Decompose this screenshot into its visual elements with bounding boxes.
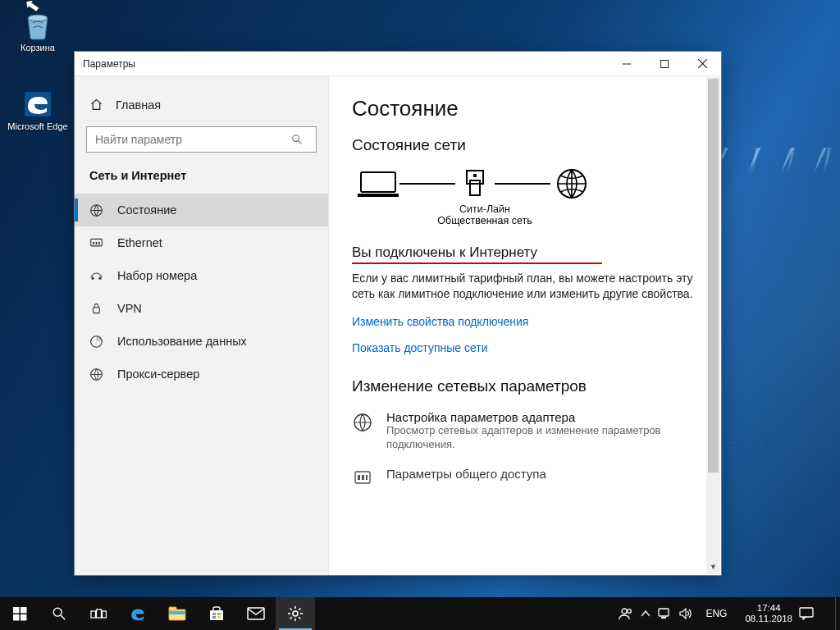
sidebar-item-proxy[interactable]: Прокси-сервер <box>75 358 328 390</box>
clock-time: 17:44 <box>745 603 792 614</box>
svg-rect-32 <box>21 614 27 621</box>
svg-rect-26 <box>358 475 360 480</box>
setting-adapter-options[interactable]: Настройка параметров адаптера Просмотр с… <box>352 410 698 452</box>
sidebar-item-status[interactable]: Состояние <box>75 194 328 226</box>
sidebar-item-dialup[interactable]: Набор номера <box>75 259 328 292</box>
network-status-heading: Состояние сети <box>352 136 698 154</box>
svg-rect-41 <box>210 610 223 620</box>
dialup-icon <box>89 270 104 281</box>
network-labels: Сити-Лайн Общественная сеть <box>362 203 608 226</box>
svg-rect-13 <box>92 277 94 280</box>
maximize-button[interactable] <box>646 52 683 76</box>
svg-rect-31 <box>13 614 20 621</box>
sidebar-item-ethernet[interactable]: Ethernet <box>75 226 328 259</box>
window-title: Параметры <box>75 58 608 70</box>
search-box[interactable] <box>86 126 317 153</box>
svg-rect-35 <box>91 611 96 618</box>
sidebar-item-label: VPN <box>117 302 142 315</box>
vertical-scrollbar[interactable]: ▲ ▼ <box>706 77 720 574</box>
sidebar-item-label: Ethernet <box>117 236 162 249</box>
setting-title: Настройка параметров адаптера <box>386 410 698 424</box>
titlebar[interactable]: Параметры <box>75 52 721 76</box>
taskbar-right: ENG 17:44 08.11.2018 <box>612 597 840 630</box>
sidebar-item-label: Прокси-сервер <box>117 368 199 381</box>
sidebar-section-title: Сеть и Интернет <box>75 169 328 194</box>
action-center-button[interactable] <box>799 607 835 620</box>
recycle-bin-icon <box>21 8 55 41</box>
tray-chevron-up-icon[interactable] <box>641 610 650 617</box>
status-icon <box>89 203 104 217</box>
svg-line-7 <box>299 141 302 144</box>
svg-rect-58 <box>659 609 669 616</box>
settings-window: Параметры Главная <box>74 51 722 576</box>
setting-desc: Просмотр сетевых адаптеров и изменение п… <box>386 424 698 452</box>
search-icon <box>291 134 316 145</box>
sharing-icon <box>352 467 375 490</box>
svg-rect-21 <box>470 180 480 195</box>
setting-sharing-options[interactable]: Параметры общего доступа <box>352 467 698 490</box>
vpn-icon <box>89 302 104 316</box>
sidebar-item-vpn[interactable]: VPN <box>75 292 328 325</box>
start-button[interactable] <box>0 597 39 630</box>
connected-desc: Если у вас лимитный тарифный план, вы мо… <box>352 271 696 302</box>
edge-icon <box>21 87 55 120</box>
desktop-icon-edge[interactable]: Microsoft Edge <box>5 84 71 139</box>
svg-rect-39 <box>169 607 176 610</box>
svg-rect-15 <box>94 307 100 313</box>
people-icon[interactable] <box>619 607 633 620</box>
svg-rect-30 <box>21 607 27 614</box>
svg-rect-19 <box>358 194 399 197</box>
desktop-icon-recycle-bin[interactable]: Корзина <box>5 5 71 61</box>
svg-line-34 <box>61 615 65 619</box>
link-show-networks[interactable]: Показать доступные сети <box>352 341 698 354</box>
task-view-button[interactable] <box>79 597 118 630</box>
system-tray[interactable]: ENG <box>612 597 738 630</box>
page-heading: Состояние <box>352 96 698 121</box>
sidebar-item-datausage[interactable]: Использование данных <box>75 325 328 358</box>
device-icon <box>357 167 399 200</box>
svg-rect-22 <box>473 174 477 177</box>
volume-tray-icon[interactable] <box>679 608 692 619</box>
network-diagram <box>357 167 698 200</box>
svg-rect-38 <box>169 609 185 620</box>
adapter-icon <box>352 410 375 452</box>
home-button[interactable]: Главная <box>75 98 328 126</box>
svg-rect-60 <box>800 608 813 617</box>
globe-icon <box>550 167 593 200</box>
svg-rect-11 <box>96 241 98 244</box>
sidebar-item-label: Использование данных <box>117 335 247 348</box>
datausage-icon <box>89 335 104 349</box>
close-button[interactable] <box>683 52 721 76</box>
taskbar-app-store[interactable] <box>197 597 236 630</box>
change-params-heading: Изменение сетевых параметров <box>352 377 698 395</box>
taskbar-clock[interactable]: 17:44 08.11.2018 <box>738 603 799 624</box>
network-name: Сити-Лайн <box>362 203 608 215</box>
svg-line-54 <box>299 609 300 610</box>
scrollbar-down[interactable]: ▼ <box>706 560 720 574</box>
sidebar: Главная Сеть и Интернет Состояние Ethern… <box>75 76 329 575</box>
svg-rect-28 <box>366 475 368 480</box>
desktop-icon-label: Корзина <box>21 43 55 52</box>
show-desktop-peek[interactable] <box>835 597 840 630</box>
search-input[interactable] <box>87 133 291 146</box>
connected-heading: Вы подключены к Интернету <box>352 244 698 261</box>
taskbar-app-edge[interactable] <box>118 597 158 630</box>
taskbar-left <box>0 597 315 630</box>
svg-point-6 <box>293 135 299 142</box>
minimize-button[interactable] <box>608 52 646 76</box>
taskbar-app-explorer[interactable] <box>158 597 197 630</box>
annotation-underline <box>352 262 602 264</box>
svg-rect-45 <box>217 616 221 619</box>
language-indicator[interactable]: ENG <box>701 608 732 619</box>
scrollbar-thumb[interactable] <box>708 79 719 472</box>
window-body: Главная Сеть и Интернет Состояние Ethern… <box>75 76 721 575</box>
svg-rect-3 <box>661 60 669 67</box>
wire <box>495 183 550 185</box>
link-change-properties[interactable]: Изменить свойства подключения <box>352 315 698 328</box>
svg-rect-44 <box>212 616 216 619</box>
taskbar-app-mail[interactable] <box>236 597 276 630</box>
taskbar-search-button[interactable] <box>39 597 79 630</box>
sidebar-item-label: Состояние <box>117 203 176 217</box>
taskbar-app-settings[interactable] <box>276 597 315 630</box>
network-tray-icon[interactable] <box>658 608 671 619</box>
